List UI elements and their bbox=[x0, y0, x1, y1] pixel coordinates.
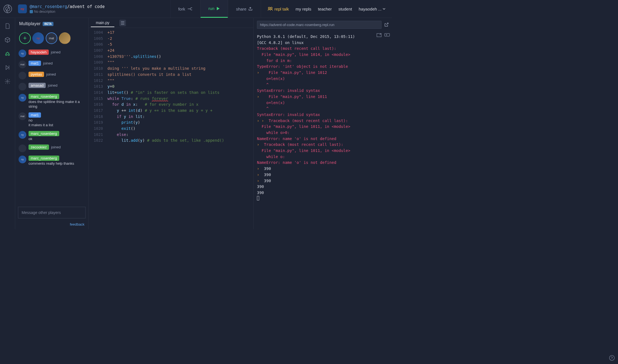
repl-owner[interactable]: @marc_rosenberg bbox=[30, 4, 67, 9]
line-number: 1012 bbox=[89, 78, 107, 84]
share-button[interactable]: share bbox=[228, 0, 261, 18]
code-line[interactable]: 1015while True: # runs forever bbox=[89, 96, 253, 102]
my-repls-link[interactable]: my repls bbox=[295, 7, 311, 11]
line-number: 1008 bbox=[89, 54, 107, 60]
username-pill[interactable]: marc_rosenberg bbox=[29, 131, 59, 136]
file-icon[interactable] bbox=[4, 23, 11, 29]
username-pill[interactable]: marc_rosenberg bbox=[29, 94, 59, 99]
debugger-icon[interactable] bbox=[4, 64, 11, 71]
line-number: 1006 bbox=[89, 42, 107, 48]
code-line[interactable]: 1011splitlines() converts it into a list bbox=[89, 72, 253, 78]
chat-item: nymarc_rosenbergdoes the splitline thing… bbox=[18, 92, 86, 111]
logo[interactable] bbox=[0, 4, 15, 14]
terminal-cursor bbox=[257, 196, 259, 200]
line-number: 1015 bbox=[89, 96, 107, 102]
username-pill[interactable]: mat1 bbox=[29, 61, 41, 66]
code-line[interactable]: 1013y=0 bbox=[89, 84, 253, 90]
package-icon[interactable] bbox=[4, 37, 11, 43]
chat-list[interactable]: nyhayaodeh joinedmatmat1 joinedpyelias j… bbox=[15, 48, 88, 204]
play-icon bbox=[217, 7, 220, 11]
repl-title[interactable]: @marc_rosenberg/advent of code bbox=[30, 4, 105, 9]
username-pill[interactable]: marc_rosenberg bbox=[29, 156, 59, 161]
line-number: 1004 bbox=[89, 30, 107, 36]
code-line[interactable]: 1021 else: bbox=[89, 132, 253, 138]
editor-panel: main.py 1004+171005-21006-51007+241008+1… bbox=[89, 18, 254, 229]
terminal-line: SyntaxError: invalid syntax bbox=[257, 112, 389, 118]
file-list-icon[interactable] bbox=[119, 20, 126, 26]
terminal-popout-icon[interactable] bbox=[377, 33, 382, 37]
line-number: 1022 bbox=[89, 138, 107, 144]
chat-avatar: ny bbox=[19, 94, 26, 102]
username-pill[interactable]: amasad bbox=[29, 83, 46, 88]
teacher-link[interactable]: teacher bbox=[318, 7, 332, 11]
prompt-icon: › bbox=[257, 142, 262, 147]
chat-item: matmat1no it makes it a list bbox=[18, 111, 86, 129]
terminal-line: Python 3.6.1 (default, Dec 2015, 13:05:1… bbox=[257, 34, 389, 40]
code-line[interactable]: 1012""" bbox=[89, 78, 253, 84]
run-button[interactable]: run bbox=[200, 0, 228, 18]
username-pill[interactable]: hayaodeh bbox=[29, 50, 49, 55]
username-pill[interactable]: pyelias bbox=[29, 72, 44, 77]
code-line[interactable]: 1010doing ''' lets you make a multiline … bbox=[89, 66, 253, 72]
code-line[interactable]: 1007+24 bbox=[89, 48, 253, 54]
code-line[interactable]: 1016 for d in x: # for every number in x bbox=[89, 102, 253, 108]
terminal-line: › 390 bbox=[257, 172, 389, 178]
add-participant-button[interactable]: + bbox=[19, 32, 31, 44]
owner-avatar[interactable]: ny bbox=[18, 4, 27, 13]
chat-avatar: ny bbox=[19, 50, 26, 57]
prompt-icon: › bbox=[257, 179, 262, 183]
participant-avatar[interactable] bbox=[59, 32, 71, 44]
people-icon bbox=[268, 7, 273, 11]
code-line[interactable]: 1019 print(y) bbox=[89, 120, 253, 126]
line-number: 1009 bbox=[89, 60, 107, 66]
terminal-clear-icon[interactable] bbox=[384, 33, 390, 37]
chat-avatar bbox=[19, 144, 26, 152]
status-text: joined bbox=[47, 83, 57, 87]
settings-icon[interactable] bbox=[4, 78, 11, 84]
open-external-icon[interactable] bbox=[384, 22, 389, 27]
chat-item: zecookiez joined bbox=[18, 143, 86, 154]
file-tab[interactable]: main.py bbox=[91, 19, 114, 27]
message-input[interactable]: Message other players bbox=[18, 207, 86, 218]
multiplayer-icon[interactable] bbox=[4, 51, 11, 57]
multiplayer-header: Multiplayer BETA bbox=[15, 18, 88, 30]
repl-url-input[interactable] bbox=[257, 21, 382, 29]
fork-button[interactable]: fork bbox=[170, 0, 200, 18]
terminal-line: o=len(x) bbox=[257, 76, 389, 82]
user-menu[interactable]: hayaodeh ... bbox=[359, 7, 385, 11]
code-line[interactable]: 1017 y += int(d) # y += is the same as y… bbox=[89, 108, 253, 114]
feedback-link[interactable]: feedback bbox=[15, 221, 88, 229]
username-pill[interactable]: zecookiez bbox=[29, 144, 49, 150]
chat-avatar: mat bbox=[19, 61, 26, 68]
repl-talk-link[interactable]: repl talk bbox=[268, 7, 289, 11]
url-bar bbox=[254, 18, 392, 32]
code-line[interactable]: 1014lit=set() # "in" is faster on sets t… bbox=[89, 90, 253, 96]
code-line[interactable]: 1005-2 bbox=[89, 36, 253, 42]
status-text: joined bbox=[45, 72, 56, 76]
line-number: 1014 bbox=[89, 90, 107, 96]
code-editor[interactable]: 1004+171005-21006-51007+241008+130793'''… bbox=[89, 28, 253, 229]
code-line[interactable]: 1018 if y in lit: bbox=[89, 114, 253, 120]
chat-avatar: mat bbox=[19, 112, 26, 120]
code-line[interactable]: 1004+17 bbox=[89, 30, 253, 36]
line-number: 1013 bbox=[89, 84, 107, 90]
main: Multiplayer BETA + ny mat nyhayaodeh joi… bbox=[0, 18, 392, 229]
code-line[interactable]: 1020 exit() bbox=[89, 126, 253, 132]
participant-avatar[interactable]: mat bbox=[46, 32, 57, 44]
student-link[interactable]: student bbox=[338, 7, 352, 11]
editor-tabs: main.py bbox=[89, 18, 253, 28]
chevron-down-icon bbox=[383, 8, 385, 10]
participants-row: + ny mat bbox=[15, 30, 88, 48]
terminal[interactable]: Python 3.6.1 (default, Dec 2015, 13:05:1… bbox=[254, 32, 392, 229]
code-line[interactable]: 1008+130793'''.splitlines() bbox=[89, 54, 253, 60]
code-line[interactable]: 1022 lit.add(y) # adds to the set, like … bbox=[89, 138, 253, 144]
participant-avatar[interactable]: ny bbox=[32, 32, 44, 44]
python-lang-icon bbox=[30, 10, 33, 13]
multiplayer-title: Multiplayer bbox=[19, 21, 40, 26]
username-pill[interactable]: mat1 bbox=[29, 112, 41, 118]
svg-point-2 bbox=[268, 7, 270, 9]
code-line[interactable]: 1006-5 bbox=[89, 42, 253, 48]
terminal-line: TypeError: 'int' object is not iterable bbox=[257, 64, 389, 70]
fork-icon bbox=[187, 7, 192, 11]
code-line[interactable]: 1009""" bbox=[89, 60, 253, 66]
